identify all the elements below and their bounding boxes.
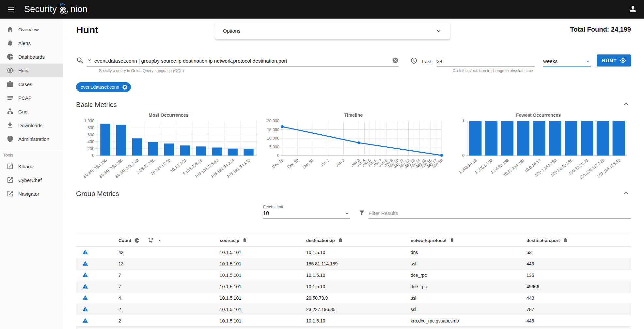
- cell-source-ip[interactable]: 10.1.5.101: [213, 270, 300, 281]
- cell-source-ip[interactable]: 10.1.5.101: [213, 292, 300, 304]
- cell-source-ip[interactable]: 10.1.5.101: [213, 327, 300, 329]
- cell-destination-ip[interactable]: 10.1.5.10: [300, 327, 404, 329]
- most-occurrences-plot[interactable]: 02004006008001,00089.248.163.15589.248.1…: [77, 118, 260, 181]
- filter-chip[interactable]: event.dataset:conn: [76, 82, 131, 92]
- cell-network-protocol[interactable]: dns: [404, 247, 520, 258]
- most-occurrences-chart: Most Occurrences 02004006008001,00089.24…: [76, 112, 261, 181]
- cell-count[interactable]: 43: [112, 247, 213, 258]
- cell-destination-ip[interactable]: 10.1.5.10: [300, 270, 404, 281]
- external-link-icon: [7, 176, 14, 184]
- cell-destination-ip[interactable]: 20.50.73.9: [300, 292, 404, 304]
- cell-count[interactable]: 7: [112, 281, 213, 292]
- fewest-occurrences-plot[interactable]: 011.203.16.181.226.62.921.34.93.13910.53…: [447, 118, 630, 181]
- cell-count[interactable]: 2: [112, 304, 213, 315]
- sidebar-item-hunt[interactable]: Hunt: [0, 64, 63, 77]
- caret-down-icon[interactable]: [157, 238, 162, 243]
- time-value-input[interactable]: [437, 58, 535, 67]
- cell-count[interactable]: 2: [112, 315, 213, 327]
- hunt-button[interactable]: HUNT: [597, 54, 631, 67]
- remove-field-trash-icon[interactable]: [338, 238, 343, 243]
- sidebar-item-label: Dashboards: [18, 54, 45, 60]
- remove-field-trash-icon[interactable]: [242, 238, 247, 243]
- sidebar-item-grid[interactable]: Grid: [0, 105, 63, 118]
- cell-destination-ip[interactable]: 10.1.5.10: [300, 281, 404, 292]
- cell-destination-ip[interactable]: 10.1.5.10: [300, 315, 404, 327]
- sidebar-item-pcap[interactable]: PCAP: [0, 91, 63, 105]
- external-link-icon: [7, 163, 14, 170]
- chip-close-icon[interactable]: [122, 84, 128, 90]
- svg-text:Dec 29: Dec 29: [271, 158, 284, 169]
- cell-network-protocol[interactable]: ssl: [404, 292, 520, 304]
- cell-destination-ip[interactable]: 185.81.114.189: [300, 258, 404, 270]
- sidebar-item-cases[interactable]: Cases: [0, 77, 63, 91]
- sidebar-item-dashboards[interactable]: Dashboards: [0, 50, 63, 64]
- options-expander[interactable]: Options: [215, 22, 450, 39]
- cell-destination-port[interactable]: 443: [520, 292, 631, 304]
- table-row: 4310.1.5.10110.1.5.10dns53: [76, 247, 631, 258]
- cell-count[interactable]: 13: [112, 258, 213, 270]
- time-unit-select[interactable]: weeks: [543, 58, 591, 67]
- row-alert-triangle-icon[interactable]: [82, 249, 88, 255]
- row-alert-triangle-icon[interactable]: [82, 306, 88, 312]
- row-alert-triangle-icon[interactable]: [82, 318, 88, 323]
- remove-field-trash-icon[interactable]: [563, 238, 568, 243]
- cell-destination-ip[interactable]: 10.1.5.10: [300, 247, 404, 258]
- cell-source-ip[interactable]: 10.1.5.101: [213, 247, 300, 258]
- basic-metrics-collapse-icon[interactable]: [622, 100, 630, 109]
- cell-network-protocol[interactable]: dce_rpc: [404, 281, 520, 292]
- briefcase-icon: [7, 81, 14, 88]
- cell-destination-port[interactable]: 445: [520, 327, 631, 329]
- user-account-icon[interactable]: [628, 4, 638, 15]
- relative-time-clock-icon[interactable]: [410, 57, 417, 66]
- group-metrics-collapse-icon[interactable]: [622, 189, 630, 198]
- fetch-limit-select[interactable]: Fetch Limit 10: [263, 205, 350, 219]
- sidebar-item-navigator[interactable]: Navigator: [0, 187, 63, 201]
- options-label: Options: [223, 28, 240, 34]
- timeline-plot[interactable]: 05,00010,00015,00020,000Dec 29Dec 30Dec …: [262, 118, 445, 181]
- cell-source-ip[interactable]: 10.1.5.101: [213, 281, 300, 292]
- cell-network-protocol[interactable]: ssl: [404, 304, 520, 315]
- pie-chart-toggle-icon[interactable]: [134, 238, 140, 243]
- cell-destination-port[interactable]: 135: [520, 270, 631, 281]
- row-alert-triangle-icon[interactable]: [82, 295, 88, 301]
- svg-text:1,000: 1,000: [84, 119, 94, 123]
- cell-network-protocol[interactable]: krb,gssapi,smb: [404, 327, 520, 329]
- sidebar-item-overview[interactable]: Overview: [0, 22, 63, 36]
- time-hint: Click the clock icon to change to absolu…: [453, 68, 533, 73]
- sidebar-item-alerts[interactable]: Alerts: [0, 36, 63, 50]
- tools-section-label: Tools: [0, 151, 63, 159]
- remove-field-trash-icon[interactable]: [449, 238, 455, 243]
- sidebar-item-label: CyberChef: [18, 177, 42, 183]
- cell-network-protocol[interactable]: ssl: [404, 258, 520, 270]
- groupby-chart-type-icon[interactable]: [148, 237, 154, 243]
- sidebar-item-kibana[interactable]: Kibana: [0, 159, 63, 173]
- row-alert-triangle-icon[interactable]: [82, 272, 88, 278]
- hamburger-menu-icon[interactable]: [6, 5, 16, 14]
- clear-query-icon[interactable]: [392, 57, 399, 65]
- sidebar-item-downloads[interactable]: Downloads: [0, 118, 63, 132]
- cell-destination-ip[interactable]: 23.227.196.35: [300, 304, 404, 315]
- cell-source-ip[interactable]: 10.1.5.101: [213, 315, 300, 327]
- row-alert-triangle-icon[interactable]: [82, 261, 88, 266]
- cell-network-protocol[interactable]: krb,dce_rpc,gssapi,smb: [404, 315, 520, 327]
- cell-count[interactable]: 2: [112, 327, 213, 329]
- row-alert-triangle-icon[interactable]: [82, 283, 88, 289]
- cell-destination-port[interactable]: 443: [520, 258, 631, 270]
- sidebar-item-cyberchef[interactable]: CyberChef: [0, 173, 63, 187]
- cell-count[interactable]: 7: [112, 270, 213, 281]
- cell-source-ip[interactable]: 10.1.5.101: [213, 258, 300, 270]
- cell-destination-port[interactable]: 49666: [520, 281, 631, 292]
- cell-destination-port[interactable]: 53: [520, 247, 631, 258]
- cell-network-protocol[interactable]: dce_rpc: [404, 270, 520, 281]
- chevron-down-icon: [435, 27, 442, 35]
- query-input[interactable]: [94, 58, 389, 64]
- cell-source-ip[interactable]: 10.1.5.101: [213, 304, 300, 315]
- svg-text:Dec 30: Dec 30: [287, 158, 300, 169]
- sidebar-item-administration[interactable]: Administration: [0, 132, 63, 146]
- cell-destination-port[interactable]: 787: [520, 304, 631, 315]
- query-history-caret-icon[interactable]: [87, 57, 92, 64]
- filter-results-input[interactable]: [369, 210, 631, 219]
- cell-count[interactable]: 4: [112, 292, 213, 304]
- cell-destination-port[interactable]: 445: [520, 315, 631, 327]
- row-actions-cell: [76, 281, 112, 292]
